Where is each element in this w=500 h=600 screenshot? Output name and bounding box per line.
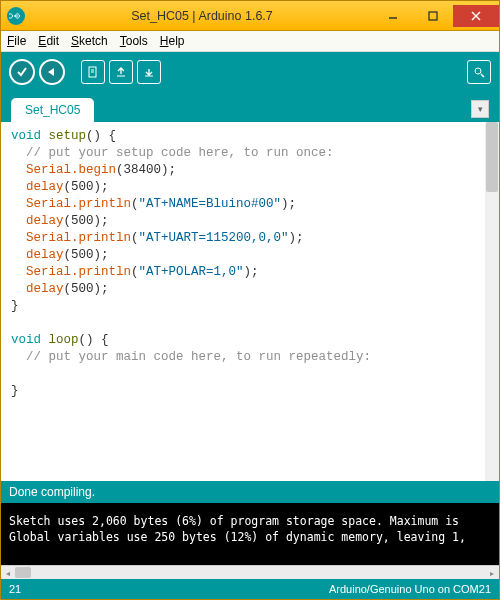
board-port-label: Arduino/Genuino Uno on COM21 bbox=[329, 583, 491, 595]
menubar: File Edit Sketch Tools Help bbox=[1, 31, 499, 52]
tab-menu-dropdown[interactable]: ▾ bbox=[471, 100, 489, 118]
svg-rect-1 bbox=[429, 12, 437, 20]
save-button[interactable] bbox=[137, 60, 161, 84]
upload-button[interactable] bbox=[39, 59, 65, 85]
menu-edit[interactable]: Edit bbox=[38, 34, 59, 48]
scroll-right-arrow-icon[interactable]: ▸ bbox=[485, 566, 499, 580]
svg-line-10 bbox=[481, 74, 484, 77]
new-button[interactable] bbox=[81, 60, 105, 84]
compile-status-bar: Done compiling. bbox=[1, 481, 499, 503]
scrollbar-thumb[interactable] bbox=[486, 122, 498, 192]
svg-point-9 bbox=[475, 68, 481, 74]
code-content[interactable]: void setup() { // put your setup code he… bbox=[11, 128, 497, 400]
toolbar bbox=[1, 52, 499, 92]
arduino-logo-icon bbox=[7, 7, 25, 25]
footer-status-bar: 21 Arduino/Genuino Uno on COM21 bbox=[1, 579, 499, 599]
console-line: Global variables use 250 bytes (12%) of … bbox=[9, 530, 466, 544]
verify-button[interactable] bbox=[9, 59, 35, 85]
maximize-button[interactable] bbox=[413, 5, 453, 27]
close-button[interactable] bbox=[453, 5, 499, 27]
editor-vertical-scrollbar[interactable] bbox=[485, 122, 499, 481]
menu-file[interactable]: File bbox=[7, 34, 26, 48]
compile-status-text: Done compiling. bbox=[9, 485, 95, 499]
window-title: Set_HC05 | Arduino 1.6.7 bbox=[31, 9, 373, 23]
output-console[interactable]: Sketch uses 2,060 bytes (6%) of program … bbox=[1, 503, 499, 565]
menu-tools[interactable]: Tools bbox=[120, 34, 148, 48]
serial-monitor-button[interactable] bbox=[467, 60, 491, 84]
minimize-button[interactable] bbox=[373, 5, 413, 27]
menu-help[interactable]: Help bbox=[160, 34, 185, 48]
tab-strip: Set_HC05 ▾ bbox=[1, 92, 499, 122]
code-editor[interactable]: void setup() { // put your setup code he… bbox=[1, 122, 499, 481]
open-button[interactable] bbox=[109, 60, 133, 84]
menu-sketch[interactable]: Sketch bbox=[71, 34, 108, 48]
scroll-left-arrow-icon[interactable]: ◂ bbox=[1, 566, 15, 580]
line-number: 21 bbox=[9, 583, 21, 595]
scrollbar-thumb[interactable] bbox=[15, 567, 31, 578]
app-window: Set_HC05 | Arduino 1.6.7 File Edit Sketc… bbox=[0, 0, 500, 600]
console-horizontal-scrollbar[interactable]: ◂ ▸ bbox=[1, 565, 499, 579]
tab-sketch[interactable]: Set_HC05 bbox=[11, 98, 94, 122]
titlebar[interactable]: Set_HC05 | Arduino 1.6.7 bbox=[1, 1, 499, 31]
console-line: Sketch uses 2,060 bytes (6%) of program … bbox=[9, 514, 466, 528]
